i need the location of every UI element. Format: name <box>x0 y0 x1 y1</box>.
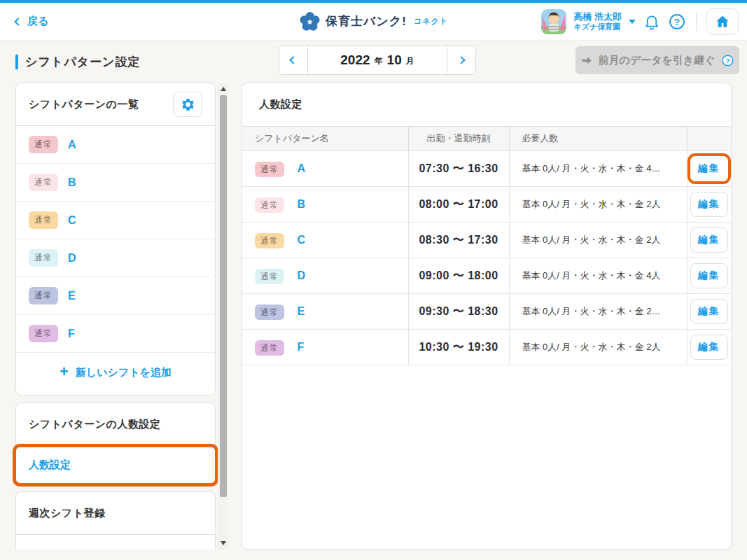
next-month-button[interactable] <box>447 46 475 74</box>
headcount-settings-card: シフトパターンの人数設定 人数設定 <box>15 402 216 484</box>
sidebar-shift-item[interactable]: 通常 E <box>16 277 215 315</box>
table-row: 通常 F 10:30 〜 19:30 基本 0人/ 月・火・水・木・金 2人 編… <box>242 330 731 365</box>
shift-type-badge: 通常 <box>29 325 58 342</box>
header-divider <box>696 13 697 31</box>
sakura-flower-icon: ★ <box>299 11 320 32</box>
shift-time-cell: 09:30 〜 18:30 <box>408 294 509 330</box>
month-navigator: 2022 年 10 月 <box>279 46 476 75</box>
shift-type-badge: 通常 <box>255 197 284 213</box>
edit-button-wrapper: 編集 <box>687 225 731 255</box>
shift-time-cell: 09:00 〜 18:00 <box>408 258 509 294</box>
settings-button[interactable] <box>173 92 202 117</box>
sidebar-shift-item[interactable]: 通常 A <box>16 126 215 164</box>
table-row: 通常 B 08:00 〜 17:00 基本 0人/ 月・火・水・木・金 2人 編… <box>242 187 731 223</box>
svg-text:★: ★ <box>306 18 312 26</box>
svg-text:?: ? <box>674 16 680 27</box>
shift-name-label: E <box>68 290 76 302</box>
shift-time-cell: 07:30 〜 16:30 <box>408 151 509 187</box>
table-row: 通常 C 08:30 〜 17:30 基本 0人/ 月・火・水・木・金 2人 編… <box>242 223 731 258</box>
user-avatar[interactable] <box>541 9 566 34</box>
question-icon: ? <box>721 54 734 67</box>
user-menu[interactable]: 高橋 浩太郎 キズナ保育園 <box>573 11 622 32</box>
required-headcount-cell: 基本 0人/ 月・火・水・木・金 4人 <box>509 258 687 294</box>
table-row: 通常 D 09:00 〜 18:00 基本 0人/ 月・火・水・木・金 4人 編… <box>242 258 731 294</box>
headcount-table: シフトパターン名 出勤・退勤時刻 必要人数 通常 A 07:30 〜 16:30… <box>242 126 731 365</box>
home-button[interactable] <box>706 8 739 35</box>
shift-type-badge: 通常 <box>255 269 284 284</box>
edit-button[interactable]: 編集 <box>690 192 728 217</box>
notifications-button[interactable] <box>643 13 661 31</box>
shift-name-label: D <box>297 270 305 281</box>
weekly-shift-card-title: 週次シフト登録 <box>29 507 202 520</box>
scroll-up-arrow-icon[interactable] <box>221 87 226 91</box>
column-required-headcount: 必要人数 <box>509 127 687 151</box>
sidebar-item-headcount-settings[interactable]: 人数設定 <box>16 446 215 484</box>
column-clock-in-out: 出勤・退勤時刻 <box>408 127 509 151</box>
shift-type-badge: 通常 <box>255 304 284 320</box>
logo-text: 保育士バンク! <box>326 13 407 29</box>
chevron-left-icon <box>289 56 297 64</box>
edit-button[interactable]: 編集 <box>690 263 728 288</box>
shift-name-label: A <box>68 139 76 151</box>
shift-type-badge: 通常 <box>255 233 284 248</box>
question-icon: ? <box>668 13 686 31</box>
edit-button[interactable]: 編集 <box>690 156 728 181</box>
sidebar-shift-item[interactable]: 通常 B <box>16 164 215 202</box>
scrollbar-thumb[interactable] <box>220 95 227 497</box>
app-header: 戻る ★ 保育士バンク! コネクト <box>0 3 747 41</box>
shift-name-label: A <box>297 162 305 174</box>
month-unit: 月 <box>406 55 414 67</box>
edit-button[interactable]: 編集 <box>690 227 728 253</box>
previous-month-button[interactable] <box>279 46 308 74</box>
shift-type-badge: 通常 <box>255 340 284 356</box>
sidebar-shift-item[interactable]: 通常 D <box>16 239 215 277</box>
chevron-right-icon <box>457 56 465 64</box>
user-name: 高橋 浩太郎 <box>573 11 622 22</box>
edit-button-wrapper: 編集 <box>687 332 731 363</box>
shift-type-badge: 通常 <box>29 136 58 153</box>
gear-icon <box>181 97 195 112</box>
table-row: 通常 E 09:30 〜 18:30 基本 0人/ 月・火・水・木・金 2… 編… <box>242 294 731 330</box>
shift-type-badge: 通常 <box>29 211 58 229</box>
scroll-down-arrow-icon[interactable] <box>221 541 226 545</box>
shift-type-badge: 通常 <box>29 249 58 267</box>
shift-time-cell: 08:00 〜 17:00 <box>408 187 509 223</box>
edit-button[interactable]: 編集 <box>690 335 728 360</box>
back-link[interactable]: 戻る <box>15 3 48 40</box>
edit-button-wrapper: 編集 <box>687 296 731 327</box>
shift-name-label: B <box>68 176 76 189</box>
home-icon <box>715 14 730 29</box>
shift-name-label: E <box>297 305 305 317</box>
required-headcount-cell: 基本 0人/ 月・火・水・木・金 4… <box>509 151 687 187</box>
add-shift-button[interactable]: + 新しいシフトを追加 <box>16 353 215 392</box>
edit-button[interactable]: 編集 <box>690 299 728 324</box>
back-label: 戻る <box>27 15 48 28</box>
toolbar: シフトパターン設定 2022 年 10 月 前月のデータを引き継ぐ ? <box>0 41 747 83</box>
sidebar-scrollbar[interactable] <box>218 83 228 550</box>
edit-button-wrapper: 編集 <box>687 189 731 220</box>
logo-subtext: コネクト <box>414 16 448 27</box>
chevron-down-icon[interactable] <box>629 20 636 24</box>
year-unit: 年 <box>375 55 383 67</box>
bell-icon <box>643 13 661 31</box>
edit-button-wrapper: 編集 <box>687 260 731 291</box>
headcount-table-body: 通常 A 07:30 〜 16:30 基本 0人/ 月・火・水・木・金 4… 編… <box>242 151 731 365</box>
required-headcount-cell: 基本 0人/ 月・火・水・木・金 2人 <box>509 330 687 365</box>
shift-name-label: C <box>297 234 305 246</box>
shift-name-label: B <box>297 198 305 210</box>
help-button[interactable]: ? <box>668 13 686 31</box>
carry-over-previous-month-button[interactable]: 前月のデータを引き継ぐ ? <box>575 46 739 74</box>
sidebar-shift-item[interactable]: 通常 C <box>16 202 215 239</box>
required-headcount-cell: 基本 0人/ 月・火・水・木・金 2… <box>509 294 687 330</box>
panel-title: 人数設定 <box>259 98 302 111</box>
sidebar-shift-item[interactable]: 通常 F <box>16 315 215 353</box>
title-accent-bar <box>15 54 18 69</box>
shift-time-cell: 10:30 〜 19:30 <box>408 330 509 365</box>
shift-name-label: F <box>297 341 304 353</box>
shift-type-badge: 通常 <box>255 162 284 177</box>
svg-text:?: ? <box>725 56 729 64</box>
shift-name-label: F <box>68 328 75 340</box>
shift-name-label: D <box>68 252 76 265</box>
month-display: 2022 年 10 月 <box>308 46 447 74</box>
shift-pattern-list-title: シフトパターンの一覧 <box>29 98 173 111</box>
